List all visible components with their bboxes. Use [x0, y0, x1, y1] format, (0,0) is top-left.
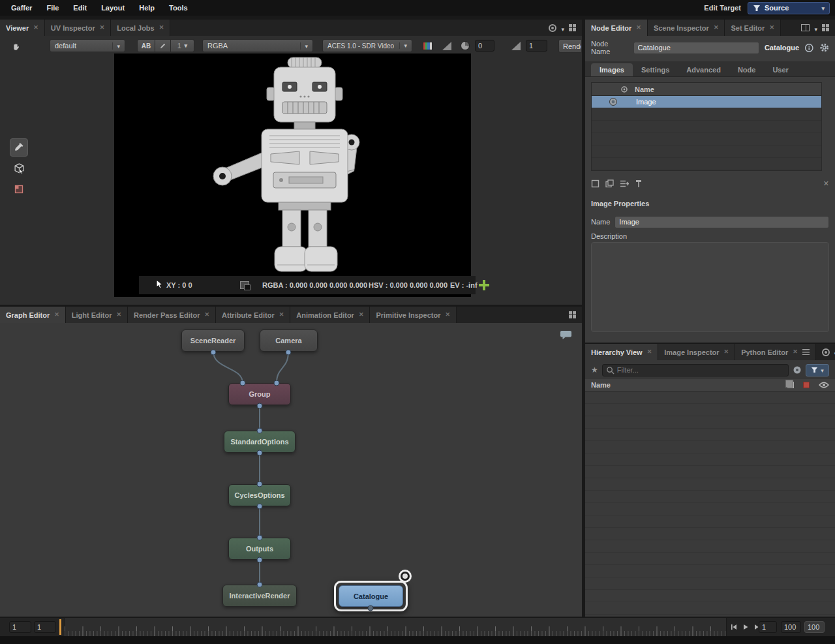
compare-source-dropdown[interactable]: 1: [171, 39, 194, 52]
view-mode-dropdown[interactable]: default: [50, 39, 125, 52]
layout-menu-icon[interactable]: [569, 24, 576, 31]
description-field[interactable]: [591, 242, 829, 332]
tab-image-inspector[interactable]: Image Inspector: [658, 344, 735, 360]
close-tab-icon[interactable]: [159, 25, 164, 31]
scene-filter-dropdown[interactable]: [806, 364, 829, 376]
pin-editor-icon[interactable]: [822, 348, 830, 356]
follow-focus-icon[interactable]: [793, 365, 802, 375]
exposure-ramp-icon[interactable]: [442, 42, 451, 50]
node-interactiverender[interactable]: InteractiveRender: [222, 585, 297, 607]
close-tab-icon[interactable]: [724, 349, 729, 355]
tab-node-editor[interactable]: Node Editor: [585, 20, 648, 36]
sets-column-icon[interactable]: [787, 382, 794, 388]
close-tab-icon[interactable]: [100, 25, 105, 31]
tab-render-pass-editor[interactable]: Render Pass Editor: [128, 307, 216, 323]
node-outputs[interactable]: Outputs: [228, 538, 291, 560]
skip-to-start-button[interactable]: [731, 624, 737, 630]
visibility-column-icon[interactable]: [819, 382, 829, 388]
playback-frame-field[interactable]: [759, 621, 777, 633]
node-drag-handle[interactable]: [401, 572, 410, 581]
range-start-field[interactable]: [9, 621, 31, 633]
tab-animation-editor[interactable]: Animation Editor: [290, 307, 370, 323]
node-camera[interactable]: Camera: [260, 330, 318, 352]
add-readout-icon[interactable]: [479, 280, 489, 290]
tab-python-editor[interactable]: Python Editor: [735, 344, 816, 360]
render-viewport[interactable]: XY : 0 0 RGBA : 0.000 0.000 0.000 0.000 …: [114, 54, 471, 297]
tab-attribute-editor[interactable]: Attribute Editor: [216, 307, 290, 323]
pan-tool-button[interactable]: [8, 39, 23, 55]
menu-layout[interactable]: Layout: [94, 4, 132, 12]
column-header-name[interactable]: Name: [591, 381, 611, 389]
exclude-column-icon[interactable]: [803, 382, 810, 388]
gear-icon[interactable]: [819, 42, 829, 53]
menu-tools[interactable]: Tools: [162, 4, 195, 12]
gamma-ramp-icon[interactable]: [511, 42, 521, 50]
output-index-icon[interactable]: [620, 85, 628, 93]
close-tab-icon[interactable]: [793, 349, 798, 355]
node-cyclesoptions[interactable]: CyclesOptions: [228, 484, 291, 506]
subtab-node[interactable]: Node: [729, 63, 765, 76]
subtab-advanced[interactable]: Advanced: [678, 63, 729, 76]
compare-mode-icon[interactable]: [801, 24, 810, 31]
close-tab-icon[interactable]: [714, 25, 719, 31]
close-tab-icon[interactable]: [205, 312, 210, 318]
close-tab-icon[interactable]: [279, 312, 284, 318]
compare-wipe-button[interactable]: [155, 39, 171, 52]
annotation-icon[interactable]: [560, 330, 572, 340]
compare-ab-button[interactable]: AB: [137, 39, 155, 52]
filter-input[interactable]: [617, 366, 785, 374]
remove-image-button[interactable]: [823, 179, 829, 188]
node-name-field[interactable]: [633, 42, 759, 54]
tab-graph-editor[interactable]: Graph Editor: [0, 307, 66, 323]
layout-menu-icon[interactable]: [822, 24, 829, 31]
info-icon[interactable]: [804, 43, 813, 53]
close-tab-icon[interactable]: [117, 312, 122, 318]
node-group[interactable]: Group: [228, 383, 291, 405]
render-button[interactable]: Render: [558, 39, 582, 53]
tab-primitive-inspector[interactable]: Primitive Inspector: [370, 307, 457, 323]
exposure-dial-icon[interactable]: [461, 41, 470, 50]
playhead-marker[interactable]: [59, 619, 61, 635]
layout-menu-icon[interactable]: [569, 311, 576, 318]
tab-light-editor[interactable]: Light Editor: [66, 307, 128, 323]
gamma-field[interactable]: [526, 40, 547, 52]
close-tab-icon[interactable]: [54, 312, 59, 318]
display-transform-dropdown[interactable]: ACES 1.0 - SDR Video: [322, 39, 412, 52]
add-image-button[interactable]: [591, 179, 600, 188]
tab-scene-inspector[interactable]: Scene Inspector: [648, 20, 725, 36]
image-name-field[interactable]: [615, 216, 829, 228]
export-image-button[interactable]: [620, 179, 629, 188]
menu-edit[interactable]: Edit: [66, 4, 94, 12]
subtab-user[interactable]: User: [764, 63, 797, 76]
tab-uv-inspector[interactable]: UV Inspector: [45, 20, 111, 36]
node-scenereader[interactable]: SceneReader: [181, 330, 245, 352]
subtab-settings[interactable]: Settings: [633, 63, 678, 76]
bookmark-star-icon[interactable]: [591, 366, 598, 374]
node-standardoptions[interactable]: StandardOptions: [224, 431, 296, 453]
edit-target-dropdown[interactable]: Source: [748, 2, 830, 14]
range-end-field[interactable]: [781, 621, 801, 633]
menu-file[interactable]: File: [39, 4, 66, 12]
chevron-down-icon[interactable]: [561, 23, 564, 33]
column-header-name[interactable]: Name: [635, 85, 654, 93]
tab-viewer[interactable]: Viewer: [0, 20, 45, 36]
exposure-field[interactable]: [475, 40, 494, 52]
close-tab-icon[interactable]: [647, 349, 652, 355]
hierarchy-rows[interactable]: [585, 391, 835, 617]
color-picker-tool-button[interactable]: [10, 138, 28, 157]
channel-bars-icon[interactable]: [423, 42, 433, 50]
crop-window-tool-button[interactable]: [10, 180, 28, 198]
menu-help[interactable]: Help: [132, 4, 162, 12]
close-tab-icon[interactable]: [769, 25, 774, 31]
pin-editor-icon[interactable]: [549, 24, 556, 32]
close-tab-icon[interactable]: [33, 25, 38, 31]
frame-ruler[interactable]: [64, 618, 727, 636]
range-end-field-2[interactable]: [804, 621, 825, 633]
pin-column-button[interactable]: [635, 179, 643, 188]
select-object-tool-button[interactable]: [10, 159, 28, 177]
subtab-images[interactable]: Images: [591, 63, 633, 76]
tab-local-jobs[interactable]: Local Jobs: [111, 20, 170, 36]
close-tab-icon[interactable]: [636, 25, 641, 31]
play-button[interactable]: [742, 624, 749, 630]
image-row[interactable]: Image: [592, 96, 821, 108]
